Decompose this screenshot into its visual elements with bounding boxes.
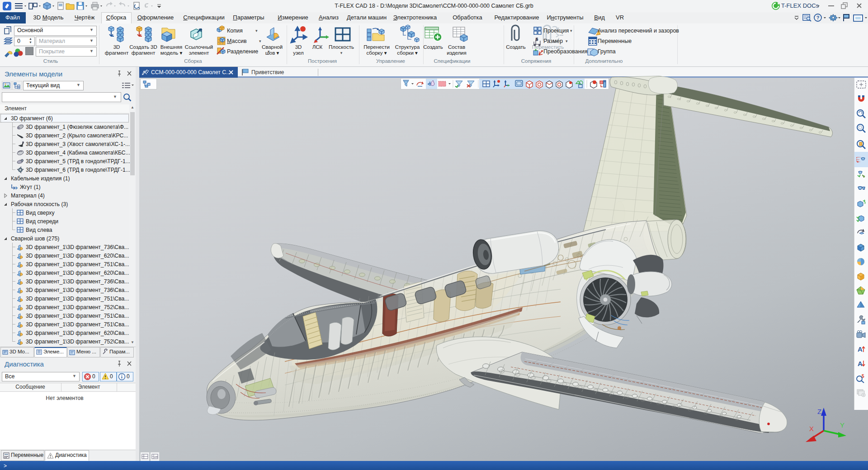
svg-text:Z: Z xyxy=(817,408,821,415)
svg-text:Y: Y xyxy=(840,421,844,429)
svg-text:5: 5 xyxy=(862,374,864,379)
svg-text:X: X xyxy=(809,425,814,432)
svg-text:A: A xyxy=(858,345,863,353)
svg-text:A: A xyxy=(858,360,863,367)
